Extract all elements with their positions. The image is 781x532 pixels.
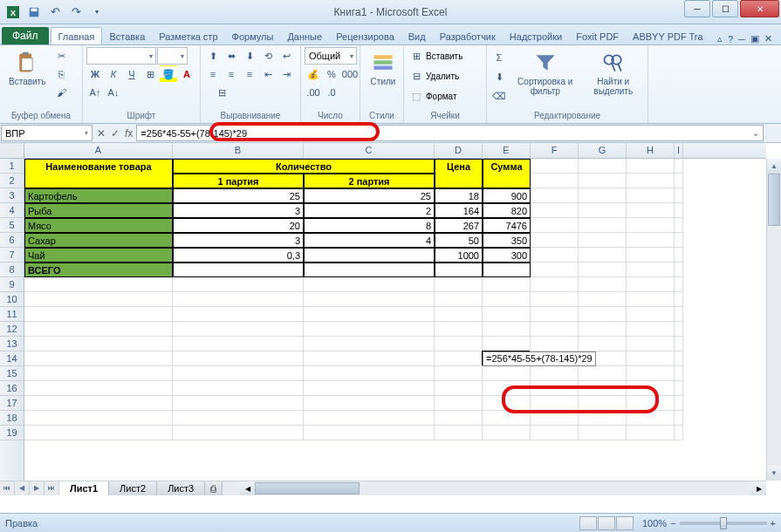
cell[interactable] — [483, 426, 531, 440]
scroll-down-icon[interactable]: ▼ — [767, 466, 781, 481]
sheet-prev-icon[interactable]: ◀ — [15, 481, 30, 495]
cell[interactable] — [675, 203, 683, 218]
column-header[interactable]: D — [435, 143, 483, 158]
cell-batch1[interactable]: 3 — [173, 233, 304, 248]
cell[interactable] — [627, 188, 675, 203]
formula-input[interactable]: =256*45-55+(78-145)*29 ⌄ — [136, 125, 764, 141]
cell[interactable] — [579, 381, 627, 396]
cell[interactable] — [304, 337, 435, 351]
cell-name[interactable]: Сахар — [24, 233, 173, 248]
cell[interactable] — [579, 337, 627, 351]
cell[interactable] — [627, 218, 675, 233]
cell[interactable] — [173, 322, 304, 337]
cell[interactable] — [531, 233, 579, 248]
vertical-scrollbar[interactable]: ▲ ▼ — [766, 159, 781, 481]
cell-name[interactable]: Мясо — [24, 218, 173, 233]
hscroll-thumb[interactable] — [255, 482, 360, 494]
editing-cell[interactable]: =256*45-55+(78-145)*29 — [483, 351, 596, 366]
tab-view[interactable]: Вид — [401, 28, 433, 44]
cell-price[interactable]: 1000 — [435, 248, 483, 263]
row-header[interactable]: 7 — [0, 248, 24, 263]
cell[interactable] — [627, 159, 675, 174]
minimize-button[interactable]: ─ — [684, 0, 710, 17]
tab-developer[interactable]: Разработчик — [433, 28, 503, 44]
cell[interactable] — [675, 381, 683, 396]
cell[interactable] — [531, 292, 579, 307]
cell[interactable] — [579, 203, 627, 218]
cell[interactable] — [579, 411, 627, 426]
scroll-left-icon[interactable]: ◀ — [240, 481, 255, 495]
cell[interactable] — [627, 381, 675, 396]
fill-color-button[interactable]: 🪣 — [160, 65, 177, 83]
cell[interactable] — [483, 307, 531, 322]
cell[interactable] — [304, 381, 435, 396]
grow-font-icon[interactable]: A↑ — [86, 84, 104, 101]
tab-review[interactable]: Рецензирова — [329, 28, 401, 44]
cell[interactable] — [173, 307, 304, 322]
sort-filter-button[interactable]: Сортировка и фильтр — [510, 47, 580, 98]
cell[interactable] — [675, 292, 683, 307]
cell[interactable] — [627, 426, 675, 440]
cell[interactable] — [675, 159, 683, 174]
cell[interactable] — [435, 366, 483, 381]
cell[interactable] — [24, 381, 173, 396]
format-cells-icon[interactable]: ⬚ — [408, 87, 425, 105]
cell[interactable] — [627, 292, 675, 307]
row-header[interactable]: 5 — [0, 218, 24, 233]
save-icon[interactable] — [24, 3, 44, 22]
cell[interactable] — [173, 366, 304, 381]
cell[interactable] — [435, 381, 483, 396]
cell[interactable] — [483, 366, 531, 381]
cell-name[interactable]: Чай — [24, 248, 173, 263]
header-batch2[interactable]: 2 партия — [304, 174, 435, 188]
cell-price[interactable]: 50 — [435, 233, 483, 248]
cell[interactable] — [627, 322, 675, 337]
cell[interactable] — [531, 277, 579, 292]
cell[interactable] — [579, 307, 627, 322]
sheet-last-icon[interactable]: ⏭ — [45, 481, 59, 495]
cell-sum[interactable]: 820 — [483, 203, 531, 218]
cell[interactable] — [675, 307, 683, 322]
cell[interactable] — [435, 263, 483, 277]
fx-icon[interactable]: fx — [125, 127, 133, 140]
minimize-ribbon-icon[interactable]: ▵ — [717, 33, 723, 44]
cell[interactable] — [531, 248, 579, 263]
underline-button[interactable]: Ч — [123, 65, 140, 83]
cell[interactable] — [627, 248, 675, 263]
row-header[interactable]: 10 — [0, 292, 24, 307]
cell[interactable] — [627, 337, 675, 351]
cell[interactable] — [435, 307, 483, 322]
cell[interactable] — [675, 351, 683, 366]
sheet-first-icon[interactable]: ⏮ — [0, 481, 15, 495]
cell[interactable] — [435, 411, 483, 426]
cell-batch1[interactable]: 25 — [173, 188, 304, 203]
copy-icon[interactable]: ⎘ — [52, 65, 70, 83]
cell[interactable] — [173, 351, 304, 366]
expand-formula-icon[interactable]: ⌄ — [752, 128, 759, 138]
cell-price[interactable]: 18 — [435, 188, 483, 203]
align-middle-icon[interactable]: ⬌ — [223, 47, 240, 65]
cell[interactable] — [173, 277, 304, 292]
name-box[interactable]: ВПР — [1, 125, 92, 141]
cell[interactable] — [675, 188, 683, 203]
cell[interactable] — [675, 263, 683, 277]
font-name-combo[interactable] — [86, 47, 156, 65]
format-cells-button[interactable]: Формат — [426, 92, 457, 101]
currency-icon[interactable]: 💰 — [305, 65, 322, 83]
number-format-combo[interactable]: Общий — [305, 47, 357, 65]
select-all-corner[interactable] — [0, 143, 24, 159]
header-price[interactable]: Цена — [435, 159, 483, 188]
zoom-level[interactable]: 100% — [642, 518, 667, 529]
cell[interactable] — [483, 292, 531, 307]
row-header[interactable]: 19 — [0, 426, 24, 440]
cell[interactable] — [675, 322, 683, 337]
cut-icon[interactable]: ✂ — [52, 47, 70, 65]
cell[interactable] — [304, 322, 435, 337]
cell[interactable] — [579, 292, 627, 307]
cell[interactable] — [24, 337, 173, 351]
cell[interactable] — [627, 277, 675, 292]
file-tab[interactable]: Файл — [2, 27, 49, 44]
clear-icon[interactable]: ⌫ — [490, 87, 508, 105]
row-header[interactable]: 15 — [0, 366, 24, 381]
column-header[interactable]: E — [483, 143, 531, 158]
